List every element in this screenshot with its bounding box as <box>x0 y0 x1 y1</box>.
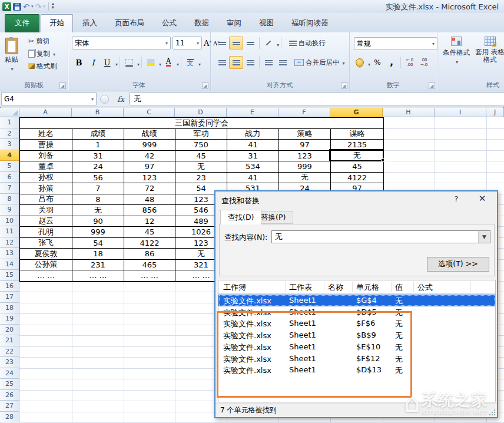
cell[interactable]: 夏侯敦 <box>20 249 72 260</box>
font-name-combo[interactable]: 宋体▾ <box>72 37 171 49</box>
ribbon-tab-5[interactable]: 数据 <box>186 15 217 32</box>
phonetic-dropdown-icon[interactable] <box>197 57 201 68</box>
cell[interactable]: 534 <box>227 161 279 173</box>
cell[interactable]: 465 <box>124 260 175 271</box>
results-col-header[interactable]: 名称 <box>328 282 343 293</box>
phonetic-guide-button[interactable]: 文 <box>183 56 197 69</box>
cell[interactable]: 45 <box>331 161 383 173</box>
cell[interactable]: 谋略 <box>331 129 383 140</box>
cell[interactable]: 750 <box>175 140 227 151</box>
result-row[interactable]: 实验文件.xlsxSheet1$E$10无 <box>218 341 495 353</box>
cell[interactable]: 策略 <box>279 129 331 140</box>
borders-button[interactable] <box>122 56 136 69</box>
cell[interactable]: 孔明 <box>20 227 72 238</box>
result-row[interactable]: 实验文件.xlsxSheet1$D$5无 <box>218 306 495 318</box>
italic-button[interactable]: I <box>86 56 100 69</box>
cell[interactable]: 999 <box>124 140 175 151</box>
cell[interactable]: … … <box>20 270 72 282</box>
row-header-23[interactable]: 23 <box>0 357 19 368</box>
cell[interactable]: 123 <box>124 173 175 184</box>
result-row[interactable]: 实验文件.xlsxSheet1$D$13无 <box>218 364 495 376</box>
cell[interactable]: 231 <box>72 260 124 271</box>
borders-dropdown-icon[interactable] <box>136 57 140 68</box>
cell[interactable]: 41 <box>227 173 279 184</box>
font-color-button[interactable]: A <box>161 56 175 69</box>
insert-function-button[interactable]: fx <box>112 95 130 104</box>
result-row[interactable]: 实验文件.xlsxSheet1$F$12无 <box>218 353 495 365</box>
cell[interactable]: … … <box>124 270 175 282</box>
cell[interactable]: 97 <box>124 161 175 173</box>
cell[interactable]: 吕布 <box>20 194 72 206</box>
cell[interactable]: 7 <box>72 183 124 194</box>
cell[interactable]: 姓名 <box>20 129 72 140</box>
row-header-19[interactable]: 19 <box>0 313 19 325</box>
row-header-3[interactable]: 3 <box>0 139 19 150</box>
cell[interactable]: 12 <box>124 216 175 227</box>
formula-content[interactable]: 无 <box>130 92 504 105</box>
cell[interactable]: 1 <box>72 140 124 151</box>
column-header-G[interactable]: G <box>330 108 383 117</box>
save-icon[interactable] <box>13 3 21 11</box>
row-header-6[interactable]: 6 <box>0 172 19 183</box>
cell[interactable]: 72 <box>124 183 175 194</box>
row-header-9[interactable]: 9 <box>0 204 19 216</box>
undo-icon[interactable]: ↶ <box>23 3 29 11</box>
dialog-title-bar[interactable]: 查找和替换 ? ✕ <box>215 191 497 208</box>
row-header-8[interactable]: 8 <box>0 194 19 205</box>
format-painter-button[interactable]: 格式刷 <box>27 61 58 71</box>
column-header-C[interactable]: C <box>124 108 175 117</box>
cell[interactable]: 31 <box>72 151 124 162</box>
increase-indent-button[interactable] <box>276 56 290 69</box>
row-header-14[interactable]: 14 <box>0 259 19 270</box>
fill-color-button[interactable] <box>144 56 158 69</box>
underline-button[interactable]: U <box>100 56 114 69</box>
dialog-close-button[interactable]: ✕ <box>473 193 491 205</box>
cell[interactable]: 97 <box>279 140 331 151</box>
align-left-button[interactable] <box>215 56 229 69</box>
cell[interactable]: 999 <box>72 227 124 238</box>
ribbon-tab-3[interactable]: 页面布局 <box>107 15 152 32</box>
copy-button[interactable]: 复制 <box>27 48 58 59</box>
column-header-I[interactable]: I <box>435 108 486 117</box>
cell[interactable]: 孙策 <box>20 183 72 194</box>
cell[interactable]: 18 <box>72 249 124 260</box>
row-header-1[interactable]: 1 <box>0 117 19 128</box>
row-header-25[interactable]: 25 <box>0 379 19 390</box>
bold-button[interactable]: B <box>72 56 86 69</box>
merge-center-button[interactable]: ↔合并后居中 <box>293 57 346 68</box>
cell[interactable]: 45 <box>175 151 227 162</box>
cell[interactable]: 军功 <box>175 129 227 140</box>
row-header-24[interactable]: 24 <box>0 368 19 379</box>
cell[interactable]: … … <box>72 270 124 282</box>
cell[interactable]: 23 <box>175 173 227 184</box>
cut-button[interactable]: ✂剪切 <box>27 36 58 47</box>
merge-center-dropdown-icon[interactable] <box>341 58 345 67</box>
font-size-combo[interactable]: 11▾ <box>173 37 202 49</box>
paste-dropdown-icon[interactable] <box>9 64 13 72</box>
wrap-text-button[interactable]: 自动换行 <box>288 38 327 48</box>
column-header-H[interactable]: H <box>383 108 435 117</box>
cell[interactable]: 关羽 <box>20 205 72 216</box>
paste-button[interactable]: 粘贴 <box>2 35 21 74</box>
undo-dropdown-icon[interactable]: ▾ <box>31 4 34 9</box>
cell[interactable]: 31 <box>227 151 279 162</box>
cell[interactable]: 42 <box>124 151 175 162</box>
increase-decimal-button[interactable]: ←.0 .00 <box>403 56 417 69</box>
options-button[interactable]: 选项(T) >> <box>427 257 489 272</box>
find-what-input[interactable]: 无 ▼ <box>271 230 490 243</box>
row-header-26[interactable]: 26 <box>0 390 19 401</box>
row-header-16[interactable]: 16 <box>0 281 19 292</box>
align-middle-button[interactable] <box>229 37 243 49</box>
accounting-format-button[interactable] <box>353 56 367 69</box>
cell[interactable]: 战绩 <box>124 129 175 140</box>
font-dialog-launcher-icon[interactable]: ◢ <box>202 82 208 89</box>
column-header-E[interactable]: E <box>227 108 278 117</box>
cell[interactable]: 无 <box>175 161 227 173</box>
cell[interactable]: 成绩 <box>72 129 124 140</box>
results-col-header[interactable]: 工作簿 <box>223 282 246 293</box>
align-right-button[interactable] <box>243 56 257 69</box>
cell[interactable]: 123 <box>279 151 331 162</box>
row-header-11[interactable]: 11 <box>0 226 19 237</box>
row-header-12[interactable]: 12 <box>0 237 19 249</box>
cell[interactable]: 999 <box>279 161 331 173</box>
